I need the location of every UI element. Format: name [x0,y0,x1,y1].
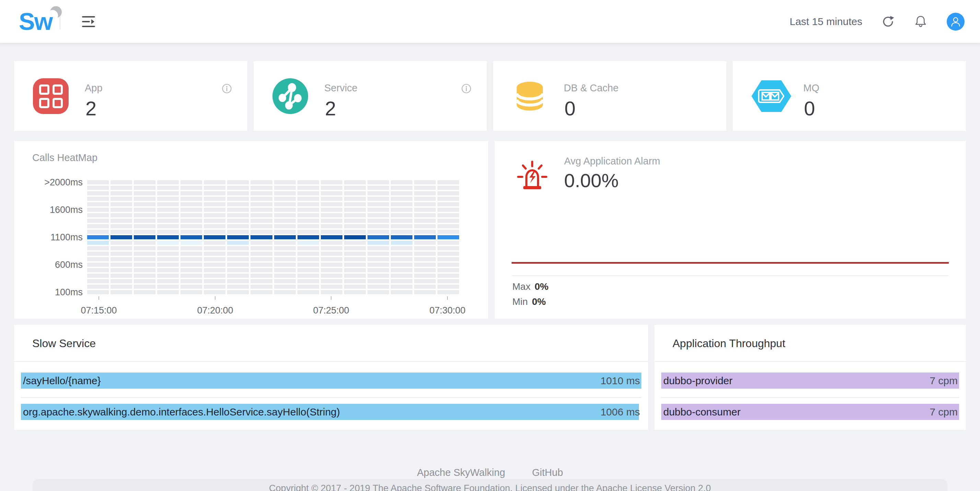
heatmap-cell [134,279,156,283]
heatmap-cell [250,246,272,250]
heatmap-cell [414,197,436,201]
heatmap-cell [368,186,389,190]
heatmap-cell [180,208,202,212]
heatmap-cell [438,257,459,261]
footer-link-github[interactable]: GitHub [532,467,563,478]
heatmap-cell [298,208,319,212]
heatmap-cell [250,197,272,201]
stat-card-label: DB & Cache [564,83,619,94]
stat-card-value: 0 [565,97,576,120]
heatmap-cell [87,219,109,223]
heatmap-cell [321,213,342,217]
panel-title-divider [654,361,966,362]
heatmap-cell [227,263,249,267]
stat-card-db-cache: DB & Cache 0 [493,61,727,131]
time-range-selector[interactable]: Last 15 minutes [789,16,862,27]
heatmap-cell [368,191,389,195]
heatmap-cell [391,191,412,195]
heatmap-cell [250,252,272,256]
heatmap-cell [227,246,249,250]
heatmap-cell [204,230,226,234]
stat-card-label: Service [324,83,358,94]
heatmap-cell [344,197,366,201]
footer-link-skywalking[interactable]: Apache SkyWalking [417,467,505,478]
heatmap-y-tick: 1100ms [14,233,83,242]
heatmap-y-tick: 600ms [14,260,83,269]
user-avatar[interactable] [947,13,964,30]
heatmap-cell [204,235,226,239]
heatmap-y-tick: 1600ms [14,205,83,215]
bar-fill [21,373,641,389]
heatmap-cell [438,180,459,184]
stat-card-label: MQ [803,83,819,94]
heatmap-cell [344,180,366,184]
heatmap-cell [227,274,249,278]
info-icon[interactable] [461,84,471,93]
heatmap-cell [134,246,156,250]
heatmap-cell [344,279,366,283]
heatmap-cell [414,213,436,217]
slow-service-row[interactable]: org.apache.skywalking.demo.interfaces.He… [21,404,641,420]
dashboard-page: Sw Last 15 minutes [0,0,980,491]
heatmap-cell [157,186,179,190]
heatmap-cell [227,213,249,217]
heatmap-cell [204,290,226,294]
app-grid-icon [33,78,68,114]
heatmap-cell [438,186,459,190]
heatmap-x-tickmark [331,297,331,300]
heatmap-cell [298,274,319,278]
heatmap-cell [204,202,226,206]
heatmap-cell [157,208,179,212]
heatmap-cell [274,197,296,201]
heatmap-cell [227,285,249,289]
heatmap-cell [180,235,202,239]
info-icon[interactable] [222,84,232,93]
heatmap-cell [298,186,319,190]
heatmap-cell [134,257,156,261]
heatmap-cell [180,252,202,256]
heatmap-cell [110,213,132,217]
heatmap-cell [368,241,389,245]
heatmap-cell [157,279,179,283]
throughput-row[interactable]: dubbo-consumer 7 cpm [661,404,959,420]
heatmap-cell [391,274,412,278]
heatmap-cell [250,224,272,228]
throughput-title: Application Throughput [673,337,786,350]
heatmap-cell [298,180,319,184]
heatmap-cell [298,191,319,195]
heatmap-cell [274,241,296,245]
heatmap-cell [391,213,412,217]
refresh-icon[interactable] [881,15,894,28]
heatmap-cell [438,213,459,217]
heatmap-cell [227,180,249,184]
heatmap-cell [87,197,109,201]
heatmap-cell [414,202,436,206]
heatmap-cell [274,219,296,223]
skywalking-logo[interactable]: Sw [19,10,52,33]
stat-card-value: 0 [804,97,815,120]
heatmap-cell [250,186,272,190]
menu-unfold-icon[interactable] [82,15,95,28]
heatmap-cell [157,246,179,250]
alarm-min-label: Min [512,297,528,307]
heatmap-cell [298,213,319,217]
throughput-row[interactable]: dubbo-provider 7 cpm [661,373,959,389]
heatmap-cell [368,268,389,272]
heatmap-cell [321,290,342,294]
heatmap-cell [180,246,202,250]
heatmap-cell [134,274,156,278]
heatmap-cell [414,241,436,245]
heatmap-cell [250,285,272,289]
heatmap-cell [250,230,272,234]
heatmap-cell [321,279,342,283]
slow-service-row[interactable]: /sayHello/{name} 1010 ms [21,373,641,389]
row-divider [661,397,959,398]
heatmap-cell [274,213,296,217]
heatmap-cell [204,197,226,201]
heatmap-cell [110,279,132,283]
notification-bell-icon[interactable] [915,15,927,29]
heatmap-cell [391,279,412,283]
heatmap-cell [157,230,179,234]
heatmap-cell [298,235,319,239]
heatmap-cell [391,290,412,294]
